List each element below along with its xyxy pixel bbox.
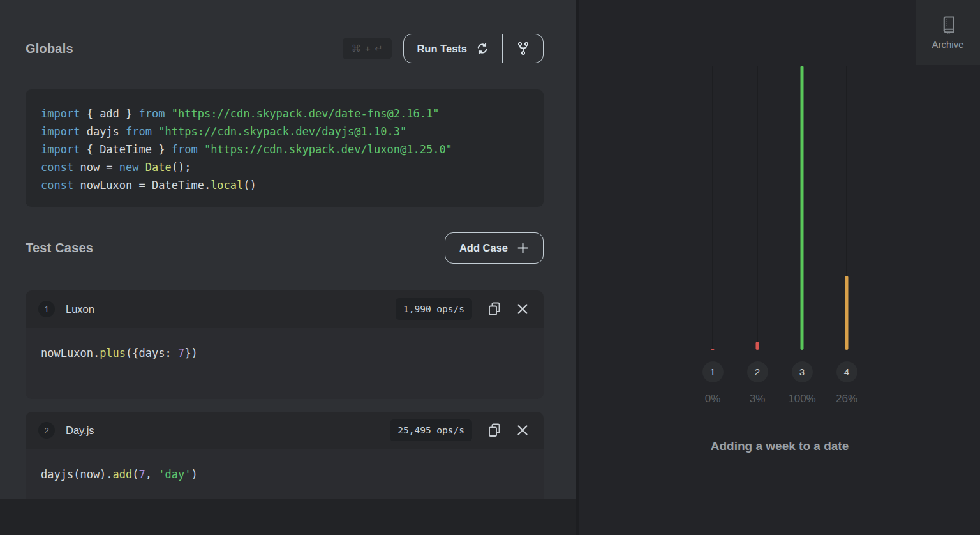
editor-panel: Globals ⌘ + ↵ Run Tests <box>0 0 576 499</box>
run-tests-button-group: Run Tests <box>403 34 544 63</box>
archive-book-icon <box>939 15 958 34</box>
result-bar <box>801 66 804 350</box>
case-number-badge: 4 <box>836 361 858 382</box>
globals-code-line: import { DateTime } from "https://cdn.sk… <box>41 140 528 158</box>
test-case-card: 1 Luxon 1,990 ops/s <box>26 290 544 399</box>
case-code-editor[interactable]: dayjs(now).add(7, 'day') <box>26 449 544 499</box>
globals-code-line: const now = new Date(); <box>41 158 528 176</box>
case-percent-label: 100% <box>788 393 815 405</box>
bar-track <box>712 66 713 350</box>
chart-column: 4 26% <box>824 66 869 405</box>
case-number-badge: 2 <box>747 361 768 382</box>
delete-case-button[interactable] <box>514 422 531 439</box>
bar-track <box>757 66 758 350</box>
case-code-line: dayjs(now).add(7, 'day') <box>41 468 528 481</box>
globals-code-editor[interactable]: import { add } from "https://cdn.skypack… <box>26 89 544 207</box>
globals-code-line: import dayjs from "https://cdn.skypack.d… <box>41 123 528 140</box>
case-code-line: nowLuxon.plus({days: 7}) <box>41 347 528 359</box>
run-tests-label: Run Tests <box>417 43 467 55</box>
results-bar-chart: 1 0% 2 3% 3 100% <box>690 66 869 405</box>
archive-button[interactable]: Archive <box>916 0 980 65</box>
fork-icon <box>516 41 531 56</box>
add-case-button[interactable]: Add Case <box>445 232 544 264</box>
close-icon <box>517 303 528 315</box>
case-percent-label: 0% <box>705 393 721 405</box>
bar-area <box>780 66 824 350</box>
case-code-editor[interactable]: nowLuxon.plus({days: 7}) <box>26 328 544 399</box>
add-case-label: Add Case <box>459 242 508 254</box>
globals-code-line: import { add } from "https://cdn.skypack… <box>41 105 528 123</box>
refresh-icon <box>475 41 489 56</box>
result-bar <box>711 349 715 350</box>
bar-area <box>735 66 780 350</box>
case-number-badge: 3 <box>792 361 813 382</box>
case-name-input[interactable]: Luxon <box>66 303 396 315</box>
result-bar <box>756 342 759 350</box>
case-percent-label: 26% <box>836 393 858 405</box>
copy-icon <box>487 423 501 438</box>
app-root: Globals ⌘ + ↵ Run Tests <box>0 0 980 535</box>
copy-case-button[interactable] <box>485 420 504 441</box>
test-cases-header: Test Cases Add Case <box>26 232 544 264</box>
globals-header: Globals ⌘ + ↵ Run Tests <box>26 34 544 63</box>
test-cases-heading: Test Cases <box>26 241 93 255</box>
chart-column: 2 3% <box>735 66 780 405</box>
copy-case-button[interactable] <box>485 299 504 319</box>
plus-icon <box>517 242 529 254</box>
globals-heading: Globals <box>26 41 73 56</box>
benchmark-title: Adding a week to a date <box>690 439 869 453</box>
ops-per-second-badge: 1,990 ops/s <box>396 298 472 320</box>
bar-area <box>690 66 735 350</box>
run-tests-button[interactable]: Run Tests <box>404 34 502 63</box>
case-index-badge: 2 <box>38 422 55 439</box>
case-percent-label: 3% <box>750 393 766 405</box>
chart-column: 3 100% <box>780 66 824 405</box>
chart-column: 1 0% <box>690 66 735 405</box>
test-case-header: 1 Luxon 1,990 ops/s <box>26 290 544 328</box>
test-case-card: 2 Day.js 25,495 ops/s <box>26 412 544 499</box>
ops-per-second-badge: 25,495 ops/s <box>390 419 472 441</box>
globals-code-line: const nowLuxon = DateTime.local() <box>41 176 528 194</box>
fork-button[interactable] <box>502 34 543 63</box>
results-panel: Archive 1 0% 2 3% <box>579 0 980 535</box>
case-name-input[interactable]: Day.js <box>66 425 390 437</box>
case-index-badge: 1 <box>38 301 55 317</box>
test-case-header: 2 Day.js 25,495 ops/s <box>26 412 544 449</box>
result-bar <box>845 276 849 350</box>
globals-actions: ⌘ + ↵ Run Tests <box>343 34 544 63</box>
close-icon <box>517 425 528 436</box>
case-number-badge: 1 <box>702 361 724 382</box>
copy-icon <box>487 301 501 317</box>
bottom-bar <box>0 499 576 535</box>
run-shortcut-hint: ⌘ + ↵ <box>343 38 392 59</box>
archive-label: Archive <box>932 39 963 50</box>
bar-area <box>824 66 869 350</box>
delete-case-button[interactable] <box>514 301 531 317</box>
